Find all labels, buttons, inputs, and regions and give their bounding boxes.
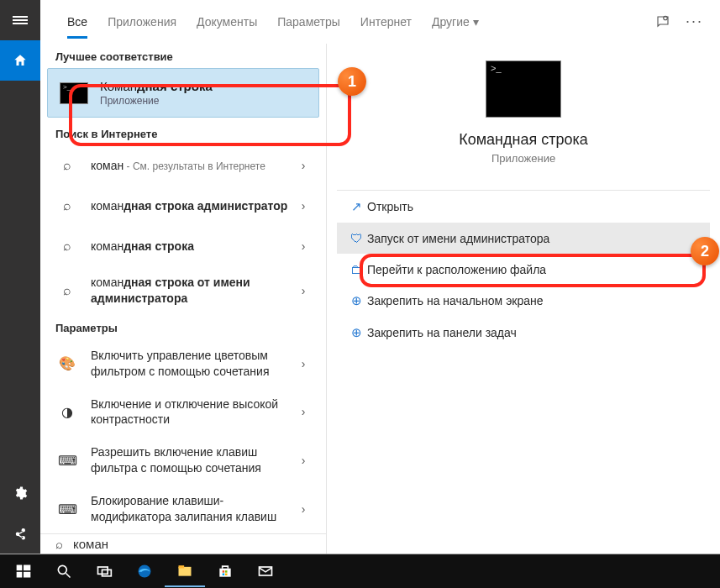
svg-rect-3 [17,572,23,578]
results-list: Лучшее соответствие Командная строка При… [40,44,326,554]
home-button[interactable] [0,40,40,81]
action-pin-start[interactable]: ⊕ Закрепить на начальном экране [337,285,710,317]
web-result[interactable]: ⌕ командная строка от имени администрато… [40,266,326,315]
section-web: Поиск в Интернете [40,121,326,145]
svg-line-6 [66,574,71,578]
preview-cmd-icon [486,60,561,118]
tab-apps[interactable]: Приложения [97,0,187,44]
tab-all[interactable]: Все [57,0,97,44]
palette-icon: 🎨 [55,352,79,375]
more-options-button[interactable]: ··· [686,13,703,30]
keyboard-icon: ⌨ [55,449,79,472]
svg-rect-16 [225,574,228,576]
folder-icon: 🗀 [345,262,367,276]
chevron-right-icon: › [296,159,311,172]
search-icon: ⌕ [55,279,79,302]
chevron-right-icon: › [296,199,311,213]
svg-rect-15 [223,574,225,576]
best-match-subtitle: Приложение [100,95,213,107]
explorer-button[interactable] [165,555,205,587]
open-icon: ↗ [345,199,367,214]
web-result[interactable]: ⌕ командная строка администратор › [40,186,326,226]
details-pane: Командная строка Приложение ↗ Открыть 🛡 … [326,44,720,554]
left-rail [0,0,40,554]
svg-rect-12 [219,569,230,577]
feedback-icon[interactable] [655,14,670,29]
action-open[interactable]: ↗ Открыть [337,191,710,223]
taskbar-search-button[interactable] [44,554,84,588]
chevron-right-icon: › [296,357,311,370]
tab-settings[interactable]: Параметры [267,0,350,44]
section-best-match: Лучшее соответствие [40,44,326,68]
search-input-display[interactable]: ⌕ коман [40,533,326,554]
keyboard-icon: ⌨ [55,497,79,521]
edge-button[interactable] [124,554,165,588]
preview-subtitle: Приложение [327,152,720,165]
pin-icon: ⊕ [345,293,367,308]
task-view-button[interactable] [84,554,124,588]
web-result[interactable]: ⌕ коман - См. результаты в Интернете › [40,145,326,186]
search-icon: ⌕ [55,154,79,177]
search-icon: ⌕ [55,234,79,258]
svg-rect-1 [17,565,23,571]
filter-tabs: Все Приложения Документы Параметры Интер… [40,0,720,44]
search-icon: ⌕ [55,537,63,551]
annotation-badge-2: 2 [691,237,719,265]
svg-rect-13 [223,570,225,573]
taskbar [0,554,720,588]
preview-title: Командная строка [327,131,720,149]
svg-rect-11 [179,565,185,568]
action-pin-taskbar[interactable]: ⊕ Закрепить на панели задач [337,317,710,349]
tab-internet[interactable]: Интернет [350,0,422,44]
contrast-icon: ◑ [55,400,79,423]
menu-button[interactable] [0,0,40,40]
cmd-icon [60,82,88,104]
store-button[interactable] [205,554,245,588]
chevron-right-icon: › [296,284,311,297]
mail-button[interactable] [245,554,286,588]
chevron-down-icon: ▾ [473,15,479,29]
tab-docs[interactable]: Документы [187,0,267,44]
start-button[interactable] [3,554,44,588]
tab-more[interactable]: Другие▾ [422,0,489,44]
action-run-as-admin[interactable]: 🛡 Запуск от имени администратора [337,223,710,254]
share-button[interactable] [0,513,40,554]
svg-point-5 [58,565,66,574]
chevron-right-icon: › [296,502,311,516]
search-icon: ⌕ [55,194,79,218]
section-settings: Параметры [40,315,326,339]
settings-result[interactable]: ◑ Включение и отключение высокой контрас… [40,388,326,437]
search-query-text: коман [73,537,108,551]
svg-rect-2 [24,565,30,571]
chevron-right-icon: › [296,454,311,467]
chevron-right-icon: › [296,405,311,418]
action-open-location[interactable]: 🗀 Перейти к расположению файла [337,254,710,285]
chevron-right-icon: › [296,239,311,253]
svg-rect-14 [225,570,228,573]
settings-button[interactable] [0,473,40,513]
svg-rect-4 [24,572,30,578]
settings-result[interactable]: ⌨ Разрешить включение клавиш фильтра с п… [40,436,326,485]
best-match-result[interactable]: Командная строка Приложение [47,68,319,118]
annotation-badge-1: 1 [338,67,366,96]
settings-result[interactable]: 🎨 Включить управление цветовым фильтром … [40,339,326,388]
settings-result[interactable]: ⌨ Блокирование клавиши-модификатора зали… [40,485,326,533]
pin-icon: ⊕ [345,325,367,340]
svg-rect-8 [102,570,112,576]
best-match-title: Командная строка [100,79,213,93]
web-result[interactable]: ⌕ командная строка › [40,226,326,266]
shield-icon: 🛡 [345,231,367,245]
